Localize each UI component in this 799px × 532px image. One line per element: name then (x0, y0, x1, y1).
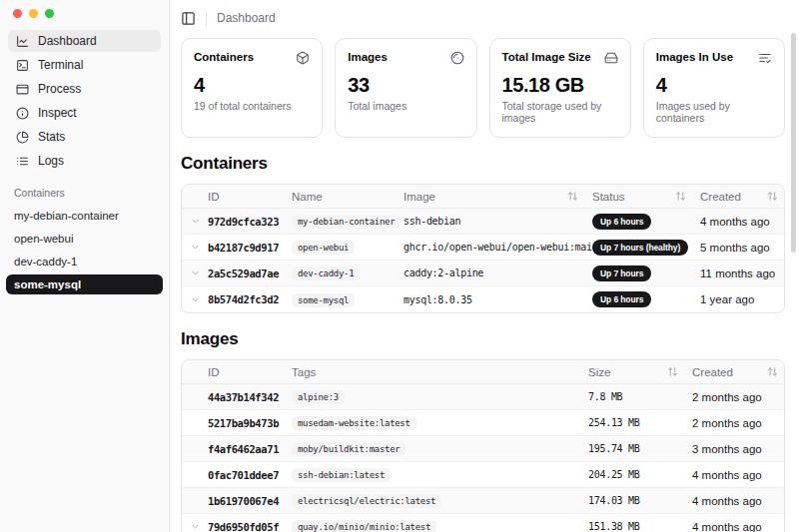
sidebar-item-logs[interactable]: Logs (8, 150, 161, 172)
line-chart-icon (16, 35, 29, 48)
sort-icon[interactable] (675, 191, 686, 202)
stat-card-total-image-size: Total Image Size 15.18 GB Total storage … (489, 38, 631, 138)
image-id: 5217ba9b473b (208, 417, 292, 429)
card-title: Containers (194, 51, 254, 63)
sidebar-container-dev-caddy-1[interactable]: dev-caddy-1 (6, 252, 163, 271)
container-image: ssh-debian (403, 216, 592, 227)
sidebar-item-terminal[interactable]: Terminal (8, 54, 161, 76)
image-created: 2 months ago (692, 391, 784, 403)
sort-icon[interactable] (567, 191, 578, 202)
package-icon (296, 51, 310, 65)
image-row[interactable]: 0fac701ddee7 ssh-debian:latest 204.25 MB… (182, 462, 784, 488)
image-tag-badge: musedam-website:latest (292, 416, 416, 430)
sidebar: Dashboard Terminal Process Inspect Stats… (0, 0, 170, 532)
container-created: 1 year ago (700, 293, 784, 305)
container-name-badge: my-debian-container (292, 215, 400, 229)
close-window-button[interactable] (13, 9, 22, 18)
col-header-created[interactable]: Created (692, 366, 784, 378)
image-size: 254.13 MB (588, 417, 692, 428)
status-badge: Up 6 hours (592, 291, 651, 307)
sidebar-item-dashboard[interactable]: Dashboard (8, 30, 161, 52)
sidebar-toggle-icon[interactable] (181, 11, 196, 26)
image-id: f4af6462aa71 (208, 443, 292, 455)
container-name-badge: open-webui (292, 241, 355, 255)
sidebar-container-open-webui[interactable]: open-webui (6, 229, 163, 249)
sidebar-item-inspect[interactable]: Inspect (8, 102, 161, 124)
image-row[interactable]: 1b61970067e4 electricsql/electric:latest… (182, 488, 784, 514)
image-tag-badge: moby/buildkit:master (292, 442, 405, 456)
stat-cards: Containers 4 19 of total containers Imag… (181, 38, 785, 138)
col-header-created[interactable]: Created (700, 191, 784, 203)
image-row[interactable]: 79d6950fd05f quay.io/minio/minio:latest … (182, 514, 784, 532)
card-title: Images (348, 51, 388, 63)
sort-icon[interactable] (767, 191, 778, 202)
topbar-divider (206, 11, 207, 26)
image-created: 4 months ago (692, 521, 784, 532)
col-header-size[interactable]: Size (588, 366, 692, 378)
expand-row-button[interactable] (182, 294, 208, 305)
image-row[interactable]: 44a37b14f342 alpine:3 7.8 MB 2 months ag… (182, 384, 784, 410)
card-value: 33 (348, 74, 463, 97)
expand-row-button[interactable] (182, 521, 208, 532)
minimize-window-button[interactable] (29, 9, 38, 18)
image-created: 2 months ago (692, 417, 784, 429)
col-header-image[interactable]: Image (403, 191, 592, 203)
images-table-header: ID Tags Size Created (182, 360, 784, 384)
image-tag-badge: quay.io/minio/minio:latest (292, 520, 436, 532)
image-size: 174.03 MB (588, 495, 692, 506)
stat-card-images-in-use: Images In Use 4 Images used by container… (643, 38, 785, 138)
image-row[interactable]: f4af6462aa71 moby/buildkit:master 195.74… (182, 436, 784, 462)
container-id: 8b574d2fc3d2 (208, 293, 292, 305)
status-badge: Up 7 hours (healthy) (592, 240, 688, 256)
container-row[interactable]: 972d9cfca323 my-debian-container ssh-deb… (182, 209, 784, 235)
container-image: caddy:2-alpine (403, 267, 592, 278)
col-header-status[interactable]: Status (592, 191, 700, 203)
container-id: b42187c9d917 (208, 242, 292, 254)
expand-row-button[interactable] (182, 216, 208, 227)
images-table: ID Tags Size Created 44a37b14f342 alpine… (181, 359, 785, 532)
terminal-icon (16, 59, 29, 72)
container-created: 5 months ago (700, 242, 784, 254)
card-subtitle: Total images (348, 100, 463, 112)
info-icon (16, 107, 29, 120)
card-title: Total Image Size (502, 51, 591, 63)
image-created: 4 months ago (692, 469, 784, 481)
container-row[interactable]: 8b574d2fc3d2 some-mysql mysql:8.0.35 Up … (182, 286, 784, 312)
sidebar-item-label: Terminal (38, 58, 83, 72)
container-created: 4 months ago (700, 216, 784, 228)
image-row[interactable]: 5217ba9b473b musedam-website:latest 254.… (182, 410, 784, 436)
app-window-icon (16, 83, 29, 96)
status-badge: Up 7 hours (592, 266, 651, 281)
vertical-scrollbar[interactable] (791, 33, 796, 253)
sort-icon[interactable] (767, 366, 778, 377)
container-image: mysql:8.0.35 (403, 294, 592, 305)
sort-icon[interactable] (667, 366, 678, 377)
sidebar-container-some-mysql[interactable]: some-mysql (6, 274, 163, 294)
zoom-window-button[interactable] (45, 9, 54, 18)
image-created: 3 months ago (692, 443, 784, 455)
image-size: 204.25 MB (588, 469, 692, 480)
container-row[interactable]: b42187c9d917 open-webui ghcr.io/open-web… (182, 235, 784, 261)
col-header-id: ID (208, 366, 292, 378)
card-subtitle: Images used by containers (656, 100, 772, 124)
image-id: 79d6950fd05f (208, 521, 292, 532)
card-subtitle: Total storage used by images (502, 100, 618, 124)
sidebar-container-my-debian-container[interactable]: my-debian-container (6, 206, 163, 226)
list-check-icon (758, 51, 772, 65)
chevron-down-icon (190, 267, 201, 278)
container-row[interactable]: 2a5c529ad7ae dev-caddy-1 caddy:2-alpine … (182, 261, 784, 286)
sidebar-nav: Dashboard Terminal Process Inspect Stats… (0, 30, 169, 172)
image-tag-badge: alpine:3 (292, 390, 345, 404)
sidebar-item-label: Stats (38, 130, 65, 144)
containers-table-header: ID Name Image Status Created (182, 185, 784, 209)
sidebar-item-stats[interactable]: Stats (8, 126, 161, 148)
hard-drive-icon (604, 51, 618, 65)
main-content: Dashboard Containers 4 19 of total conta… (170, 0, 799, 532)
sidebar-item-process[interactable]: Process (8, 78, 161, 100)
expand-row-button[interactable] (182, 242, 208, 253)
image-created: 4 months ago (692, 495, 784, 507)
expand-row-button[interactable] (182, 267, 208, 278)
image-size: 151.38 MB (588, 521, 692, 532)
image-tag-badge: electricsql/electric:latest (292, 494, 441, 508)
card-value: 4 (656, 74, 772, 97)
